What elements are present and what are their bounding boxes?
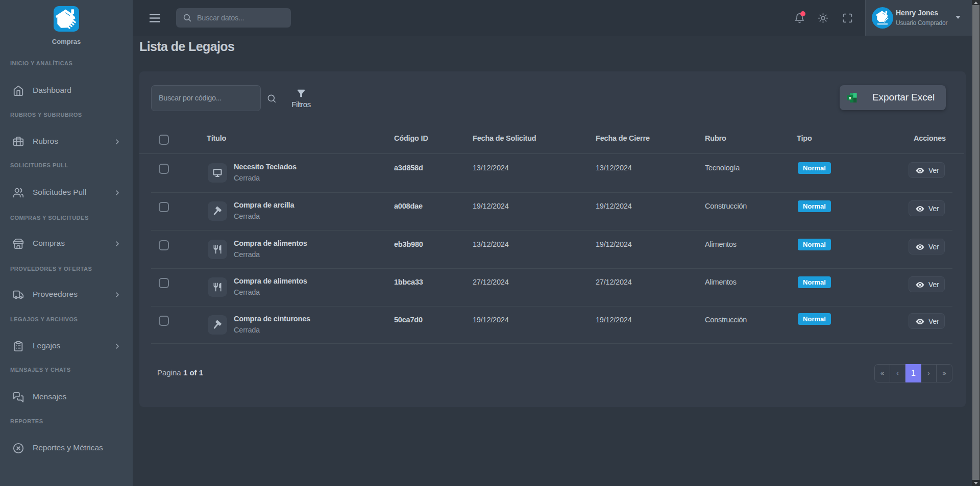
svg-text:x: x	[849, 95, 852, 100]
